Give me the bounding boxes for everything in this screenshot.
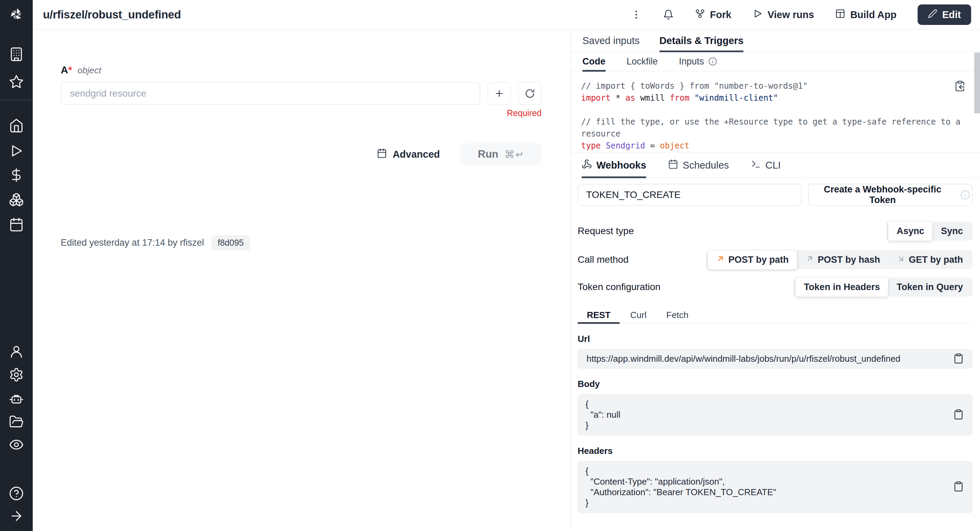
run-shortcut: ⌘ ↵	[505, 148, 524, 160]
tab-cli[interactable]: CLI	[751, 153, 781, 177]
tab-schedules[interactable]: Schedules	[668, 153, 729, 177]
args-form: A * object Required	[61, 64, 541, 250]
building-icon[interactable]	[9, 47, 24, 62]
advanced-button[interactable]: Advanced	[375, 148, 442, 161]
help-circle-icon[interactable]	[9, 486, 24, 501]
windmill-logo-icon[interactable]	[8, 6, 25, 22]
enter-key-icon: ↵	[515, 148, 524, 160]
panel-scrollbar[interactable]	[974, 53, 980, 113]
option-get-by-path[interactable]: GET by path	[888, 252, 971, 268]
token-input[interactable]	[578, 184, 801, 206]
option-post-by-hash[interactable]: POST by hash	[797, 252, 888, 268]
call-method-row: Call method POST by path POST by hash	[578, 250, 972, 269]
view-runs-button[interactable]: View runs	[752, 8, 814, 21]
edit-button-label: Edit	[942, 9, 961, 21]
clipboard-icon	[953, 409, 964, 420]
info-circle-icon	[960, 190, 970, 200]
folder-open-icon[interactable]	[9, 414, 24, 429]
eye-icon[interactable]	[9, 437, 24, 452]
field-label: A * object	[61, 64, 541, 76]
tab-details-triggers[interactable]: Details & Triggers	[659, 30, 744, 51]
option-post-by-path[interactable]: POST by path	[708, 250, 797, 269]
app-window: u/rfiszel/robust_undefined Fork	[0, 0, 980, 531]
required-asterisk: *	[68, 64, 72, 76]
token-configuration-label: Token configuration	[578, 282, 660, 292]
user-icon[interactable]	[9, 344, 24, 359]
pencil-icon	[928, 9, 937, 21]
tab-inputs-label: Inputs	[679, 56, 704, 67]
panel-tabs: Saved inputs Details & Triggers	[571, 30, 980, 52]
tab-rest[interactable]: REST	[578, 307, 620, 323]
refresh-button[interactable]	[518, 82, 541, 105]
create-webhook-token-label: Create a Webhook-specific Token	[811, 184, 955, 206]
run-button[interactable]: Run ⌘ ↵	[460, 144, 541, 165]
tab-inputs[interactable]: Inputs	[679, 52, 717, 71]
webhook-icon	[582, 159, 592, 172]
info-circle-icon	[708, 57, 717, 66]
body-json: { "a": null }	[578, 394, 972, 435]
fork-button[interactable]: Fork	[695, 8, 732, 21]
run-actions-row: Advanced Run ⌘ ↵	[61, 144, 541, 165]
headers-json: { "Content-Type": "application/json", "A…	[578, 461, 972, 513]
option-token-in-query[interactable]: Token in Query	[888, 279, 971, 295]
call-method-label: Call method	[578, 254, 628, 265]
headers-label: Headers	[578, 446, 972, 456]
code-viewer: // import { toWords } from "number-to-wo…	[571, 71, 980, 153]
clipboard-copy-icon	[954, 80, 966, 92]
top-bar-actions: Fork View runs Build App	[631, 5, 971, 25]
code-line: type Sendgrid = object	[581, 140, 956, 152]
calendar-icon	[668, 159, 678, 172]
option-sync[interactable]: Sync	[932, 223, 971, 239]
terminal-icon	[751, 159, 761, 172]
clipboard-icon	[953, 353, 964, 364]
tab-lockfile[interactable]: Lockfile	[627, 52, 658, 71]
calendar-icon[interactable]	[9, 217, 24, 232]
url-label: Url	[578, 334, 972, 344]
field-input-row	[61, 82, 541, 105]
boxes-icon[interactable]	[9, 192, 24, 207]
tab-webhooks[interactable]: Webhooks	[582, 153, 646, 177]
webhooks-section: Create a Webhook-specific Token Request …	[571, 178, 980, 513]
kebab-menu-icon[interactable]	[631, 9, 642, 20]
copy-body-button[interactable]	[953, 409, 964, 421]
webhook-url-box: https://app.windmill.dev/api/w/windmill-…	[578, 349, 972, 368]
create-webhook-token-button[interactable]: Create a Webhook-specific Token	[808, 184, 972, 206]
plus-icon	[494, 88, 504, 99]
tab-code[interactable]: Code	[582, 52, 606, 71]
copy-url-button[interactable]	[953, 353, 964, 365]
copy-code-button[interactable]	[954, 80, 966, 93]
clipboard-icon	[953, 481, 964, 492]
advanced-button-label: Advanced	[393, 149, 440, 160]
robot-worker-icon[interactable]	[9, 391, 24, 406]
resource-input[interactable]	[61, 82, 480, 105]
version-hash-badge[interactable]: f8d095	[212, 235, 250, 250]
dollar-sign-icon[interactable]	[9, 167, 24, 183]
tab-schedules-label: Schedules	[682, 160, 729, 171]
edit-button[interactable]: Edit	[918, 5, 971, 25]
tab-fetch[interactable]: Fetch	[657, 307, 698, 323]
sidebar	[0, 0, 33, 531]
body-box: { "a": null }	[578, 394, 972, 435]
edited-text: Edited yesterday at 17:14 by rfiszel	[61, 238, 204, 248]
bell-icon[interactable]	[663, 9, 674, 20]
runs-play-icon[interactable]	[9, 144, 24, 158]
option-async[interactable]: Async	[888, 221, 932, 241]
expand-arrow-right-icon[interactable]	[9, 509, 24, 523]
tab-curl[interactable]: Curl	[621, 307, 656, 323]
details-panel: Saved inputs Details & Triggers Code Loc…	[571, 30, 980, 531]
build-app-button[interactable]: Build App	[835, 8, 896, 21]
token-row: Create a Webhook-specific Token	[578, 184, 972, 206]
add-resource-button[interactable]	[488, 82, 511, 105]
token-configuration-row: Token configuration Token in Headers Tok…	[578, 277, 972, 297]
settings-gear-icon[interactable]	[9, 367, 24, 382]
tab-saved-inputs[interactable]: Saved inputs	[582, 30, 640, 51]
arrow-up-right-icon	[805, 254, 814, 266]
schedule-calendar-icon	[377, 148, 387, 161]
sidebar-divider	[0, 100, 33, 100]
home-icon[interactable]	[9, 118, 24, 133]
play-outline-icon	[752, 8, 763, 21]
copy-headers-button[interactable]	[953, 481, 964, 493]
option-token-in-headers[interactable]: Token in Headers	[795, 277, 888, 297]
star-icon[interactable]	[9, 74, 24, 89]
edited-meta-row: Edited yesterday at 17:14 by rfiszel f8d…	[61, 235, 541, 250]
